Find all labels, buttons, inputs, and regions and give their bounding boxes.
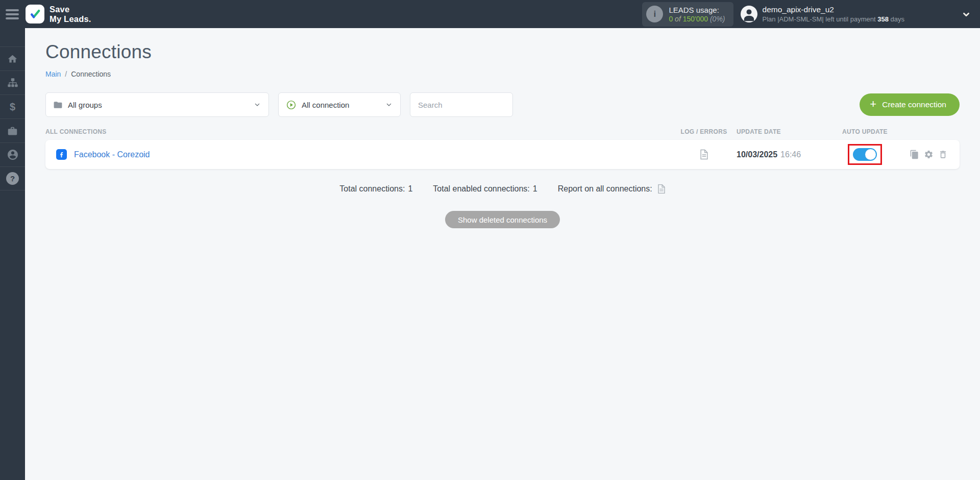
highlight-red-box (848, 144, 882, 165)
log-file-icon[interactable] (700, 149, 708, 160)
sidebar-item-help[interactable]: ? (0, 166, 25, 190)
chevron-down-icon[interactable] (961, 9, 972, 20)
breadcrumb-main-link[interactable]: Main (45, 70, 61, 78)
column-header-auto-update: AUTO UPDATE (826, 128, 903, 135)
connections-icon (7, 77, 18, 88)
sidebar: $ ? (0, 28, 25, 480)
groups-dropdown[interactable]: All groups (45, 92, 269, 117)
help-icon: ? (6, 172, 19, 185)
groups-dropdown-value: All groups (68, 101, 253, 109)
sidebar-item-connections[interactable] (0, 70, 25, 94)
play-circle-icon (286, 100, 297, 110)
user-avatar-icon[interactable] (741, 6, 757, 22)
report-all-connections: Report on all connections: (558, 184, 666, 194)
brand-logo[interactable] (26, 5, 44, 23)
column-header-all-connections: ALL CONNECTIONS (45, 128, 673, 135)
leads-usage-widget[interactable]: i LEADS usage: 0 of 150'000 (0%) (642, 2, 733, 27)
column-header-log-errors: LOG / ERRORS (673, 128, 734, 135)
topbar: Save My Leads. i LEADS usage: 0 of 150'0… (0, 0, 980, 28)
sidebar-item-home[interactable] (0, 46, 25, 70)
connection-type-value: All connection (302, 101, 385, 109)
payments-icon: $ (10, 101, 15, 113)
sidebar-item-payments[interactable]: $ (0, 94, 25, 118)
column-header-update-date: UPDATE DATE (734, 128, 826, 135)
connection-name-link[interactable]: Facebook - Corezoid (74, 150, 150, 159)
chevron-down-icon (253, 101, 261, 109)
breadcrumb-separator: / (65, 70, 67, 78)
leads-usage-value: 0 of 150'000 (0%) (669, 15, 725, 23)
gear-icon[interactable] (924, 150, 934, 159)
breadcrumb: Main / Connections (45, 70, 960, 78)
total-enabled-connections: Total enabled connections: 1 (433, 184, 537, 194)
sidebar-item-services[interactable] (0, 118, 25, 142)
user-plan: Plan |ADM-SML-SM| left until payment 358… (763, 15, 904, 23)
leads-usage-label: LEADS usage: (669, 6, 725, 14)
brand-name: Save My Leads. (50, 5, 91, 24)
main-content: Connections Main / Connections All group… (25, 28, 980, 480)
checkmark-icon (29, 8, 42, 21)
facebook-icon (56, 149, 67, 160)
info-icon: i (646, 6, 663, 22)
show-deleted-connections-button[interactable]: Show deleted connections (445, 211, 560, 228)
folder-icon (53, 100, 63, 110)
breadcrumb-current: Connections (71, 70, 111, 78)
filters-row: All groups All connection (45, 92, 960, 117)
briefcase-icon (7, 126, 18, 136)
page-title: Connections (45, 41, 960, 63)
connection-type-dropdown[interactable]: All connection (278, 92, 401, 117)
home-icon (7, 54, 18, 64)
create-connection-button[interactable]: + Create connection (860, 93, 960, 116)
account-icon (7, 149, 19, 161)
search-input[interactable] (410, 92, 513, 117)
table-row: Facebook - Corezoid 10/03/202516:46 (45, 140, 960, 169)
sidebar-item-account[interactable] (0, 142, 25, 166)
table-header-row: ALL CONNECTIONS LOG / ERRORS UPDATE DATE… (45, 128, 960, 135)
user-name: demo_apix-drive_u2 (763, 5, 904, 14)
chevron-down-icon (385, 101, 393, 109)
update-date: 10/03/202516:46 (734, 150, 826, 159)
auto-update-toggle[interactable] (853, 148, 877, 161)
trash-icon[interactable] (938, 150, 948, 159)
total-connections: Total connections: 1 (339, 184, 412, 194)
user-info[interactable]: demo_apix-drive_u2 Plan |ADM-SML-SM| lef… (763, 5, 904, 23)
plus-icon: + (870, 99, 876, 110)
copy-icon[interactable] (910, 150, 919, 159)
summary-row: Total connections: 1 Total enabled conne… (45, 184, 960, 194)
menu-icon[interactable] (6, 9, 19, 19)
report-file-icon[interactable] (657, 184, 666, 194)
